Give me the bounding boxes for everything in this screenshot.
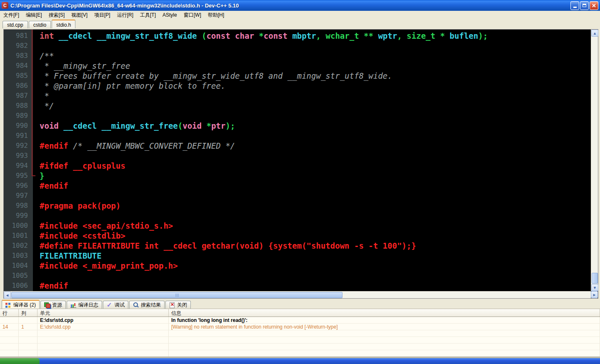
menu-item[interactable]: 运行[R]: [114, 11, 137, 20]
grid-header-cell[interactable]: 信息: [169, 309, 600, 317]
code-line[interactable]: 988 */: [4, 101, 591, 111]
line-content: FILEATTRIBUTE: [33, 251, 102, 261]
report-tab-resources[interactable]: 资源: [40, 301, 66, 309]
code-line[interactable]: 999: [4, 211, 591, 221]
code-line[interactable]: 982: [4, 41, 591, 51]
vertical-scroll-thumb[interactable]: [592, 273, 598, 284]
code-line[interactable]: 991: [4, 131, 591, 141]
grid-cell: E:\dsr\std.cpp: [38, 317, 169, 324]
report-tab-label: 调试: [115, 302, 125, 309]
menu-item[interactable]: AStyle: [159, 11, 180, 19]
code-line[interactable]: 1006#endif: [4, 281, 591, 291]
horizontal-scrollbar[interactable]: ◄: [4, 291, 591, 298]
code-line[interactable]: 1001#include <cstdlib>: [4, 231, 591, 241]
menu-item[interactable]: 窗口[W]: [180, 11, 205, 20]
menu-item[interactable]: 搜索[S]: [45, 11, 68, 20]
file-tab-stdio.h[interactable]: stdio.h: [52, 20, 75, 28]
table-row[interactable]: E:\dsr\std.cppIn function 'long long int…: [0, 317, 600, 324]
table-row[interactable]: [0, 337, 600, 344]
code-line[interactable]: 985 * Frees buffer create by __mingw_str…: [4, 71, 591, 81]
code-line[interactable]: 987 *: [4, 91, 591, 101]
line-content: #endif: [33, 181, 68, 191]
code-line[interactable]: 992#endif /* __MINGW_MBWC_CONVERT_DEFINE…: [4, 141, 591, 151]
start-button[interactable]: [0, 358, 40, 364]
editor-area: 981int __cdecl __mingw_str_utf8_wide (co…: [0, 28, 600, 299]
scroll-right-button[interactable]: ►: [591, 291, 598, 298]
menu-item[interactable]: 工具[T]: [137, 11, 159, 20]
windows-taskbar[interactable]: [0, 358, 600, 364]
report-tab-search[interactable]: 搜索结果: [129, 301, 165, 309]
minimize-button[interactable]: [570, 1, 579, 10]
line-content: #endif /* __MINGW_MBWC_CONVERT_DEFINED *…: [33, 141, 235, 151]
grid-header-cell[interactable]: 行: [0, 309, 19, 317]
line-content: #include <cstdlib>: [33, 231, 125, 241]
grid-header-cell[interactable]: 单元: [38, 309, 169, 317]
code-line[interactable]: 989: [4, 111, 591, 121]
code-line[interactable]: 995}: [4, 171, 591, 181]
table-row[interactable]: [0, 344, 600, 350]
code-line[interactable]: 981int __cdecl __mingw_str_utf8_wide (co…: [4, 31, 591, 41]
report-tab-log[interactable]: 编译日志: [67, 301, 102, 309]
line-number: 1004: [4, 261, 33, 271]
editor-box: 981int __cdecl __mingw_str_utf8_wide (co…: [3, 29, 598, 299]
scroll-down-button[interactable]: ▼: [591, 284, 598, 291]
vertical-scrollbar[interactable]: ▲ ▼: [591, 30, 598, 291]
close-button[interactable]: ✕: [590, 1, 598, 10]
file-tab-std.cpp[interactable]: std.cpp: [2, 21, 28, 28]
grid-cell: [0, 337, 19, 344]
code-line[interactable]: 998#pragma pack(pop): [4, 201, 591, 211]
brace-match-guide: [32, 30, 32, 176]
grid-cell: In function 'long long int read()':: [169, 317, 600, 324]
grid-cell: [19, 330, 38, 337]
menu-item[interactable]: 文件[F]: [0, 11, 22, 20]
code-line[interactable]: 1005: [4, 271, 591, 281]
code-line[interactable]: 990void __cdecl __mingw_str_free(void *p…: [4, 121, 591, 131]
line-number: 981: [4, 31, 33, 41]
grid-cell: [0, 330, 19, 337]
table-row[interactable]: 141E:\dsr\std.cpp[Warning] no return sta…: [0, 324, 600, 330]
table-row[interactable]: [0, 330, 600, 337]
title-bar[interactable]: C C:\Program Files\Dev-Cpp\MinGW64\x86_6…: [0, 0, 600, 11]
report-tab-label: 编译日志: [78, 302, 98, 309]
code-line[interactable]: 983/**: [4, 51, 591, 61]
line-content: * __mingw_str_free: [33, 61, 130, 71]
file-tab-cstdio[interactable]: cstdio: [29, 21, 51, 28]
line-number: 996: [4, 181, 33, 191]
report-tab-closedoc[interactable]: 关闭: [165, 301, 191, 309]
report-tab-compiler[interactable]: 编译器 (2): [2, 300, 40, 309]
code-line[interactable]: 1002#define FILEATTRIBUTE int __cdecl ge…: [4, 241, 591, 251]
table-row[interactable]: [0, 350, 600, 357]
line-content: * Frees buffer create by __mingw_str_wid…: [33, 71, 392, 81]
debug-icon: [107, 302, 112, 308]
grid-cell: [169, 350, 600, 357]
scroll-left-button[interactable]: ◄: [4, 292, 11, 299]
menu-item[interactable]: 编辑[E]: [22, 11, 45, 20]
report-tab-debug[interactable]: 调试: [103, 301, 128, 309]
line-number: 986: [4, 81, 33, 91]
horizontal-scroll-thumb[interactable]: [11, 292, 342, 298]
grid-header-cell[interactable]: 列: [19, 309, 38, 317]
line-content: [33, 271, 40, 281]
code-line[interactable]: 1003FILEATTRIBUTE: [4, 251, 591, 261]
window-title: C:\Program Files\Dev-Cpp\MinGW64\x86_64-…: [10, 2, 568, 9]
menu-bar: 文件[F]编辑[E]搜索[S]视图[V]项目[P]运行[R]工具[T]AStyl…: [0, 11, 600, 19]
code-line[interactable]: 993: [4, 151, 591, 161]
code-line[interactable]: 1000#include <sec_api/stdio_s.h>: [4, 221, 591, 231]
minimize-icon: [573, 7, 577, 8]
menu-item[interactable]: 项目[P]: [91, 11, 114, 20]
code-line[interactable]: 994#ifdef __cplusplus: [4, 161, 591, 171]
code-line[interactable]: 984 * __mingw_str_free: [4, 61, 591, 71]
menu-item[interactable]: 视图[V]: [68, 11, 91, 20]
line-content: #endif: [33, 281, 68, 291]
code-line[interactable]: 986 * @param[in] ptr memory block to fre…: [4, 81, 591, 91]
line-content: */: [33, 101, 54, 111]
code-line[interactable]: 996#endif: [4, 181, 591, 191]
code-line[interactable]: 997: [4, 191, 591, 201]
line-number: 994: [4, 161, 33, 171]
menu-item[interactable]: 帮助[H]: [205, 11, 228, 20]
code-line[interactable]: 1004#include <_mingw_print_pop.h>: [4, 261, 591, 271]
line-content: [33, 151, 40, 161]
code-editor[interactable]: 981int __cdecl __mingw_str_utf8_wide (co…: [4, 30, 591, 291]
restore-button[interactable]: [580, 1, 589, 10]
scroll-up-button[interactable]: ▲: [591, 30, 598, 37]
